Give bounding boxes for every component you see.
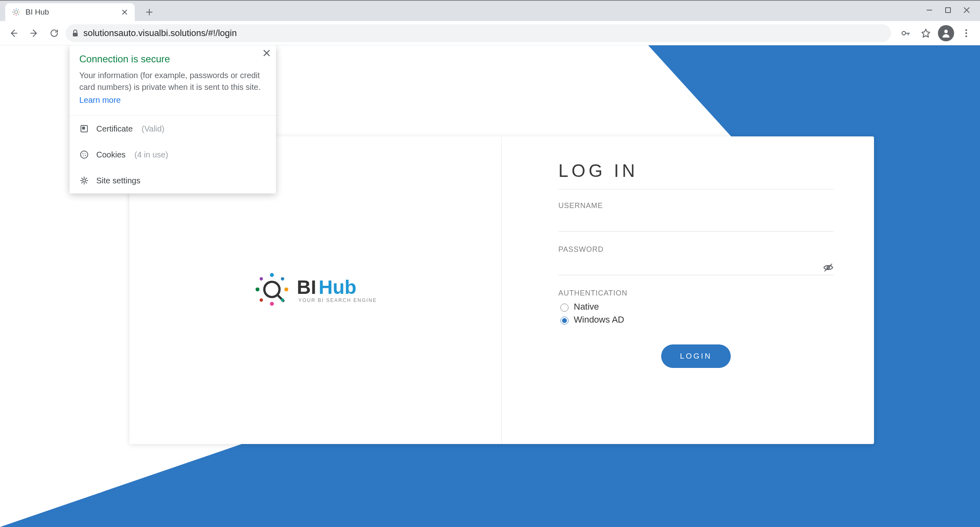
popover-description: Your information (for example, passwords… xyxy=(79,70,266,93)
url-text: solutionsauto.visualbi.solutions/#!/logi… xyxy=(83,28,885,38)
svg-point-23 xyxy=(281,277,284,280)
cookies-status: (4 in use) xyxy=(134,150,168,159)
maximize-icon[interactable] xyxy=(944,6,952,15)
browser-toolbar: solutionsauto.visualbi.solutions/#!/logi… xyxy=(0,21,980,45)
minimize-icon[interactable] xyxy=(926,6,933,15)
certificate-label: Certificate xyxy=(96,124,133,134)
login-form: LOG IN USERNAME PASSWORD AUTHENTICATION … xyxy=(502,136,874,444)
radio-windows-ad[interactable] xyxy=(560,317,568,325)
svg-point-0 xyxy=(15,11,17,13)
gear-icon xyxy=(79,176,89,185)
logo-bi: BI xyxy=(297,276,316,298)
svg-point-15 xyxy=(965,35,967,37)
svg-point-11 xyxy=(902,31,906,35)
svg-point-19 xyxy=(270,302,274,306)
svg-point-24 xyxy=(260,298,263,302)
auth-option-native-label: Native xyxy=(574,302,599,312)
popover-close-icon[interactable] xyxy=(263,49,270,57)
radio-native[interactable] xyxy=(560,304,568,312)
svg-point-21 xyxy=(284,287,288,291)
reload-button[interactable] xyxy=(45,24,63,42)
password-label: PASSWORD xyxy=(558,245,834,254)
cookies-label: Cookies xyxy=(96,150,125,159)
certificate-row[interactable]: Certificate (Valid) xyxy=(70,116,276,142)
svg-point-30 xyxy=(81,151,88,158)
svg-line-5 xyxy=(14,10,15,11)
svg-point-12 xyxy=(944,30,948,33)
auth-label: AUTHENTICATION xyxy=(558,289,834,298)
certificate-status: (Valid) xyxy=(142,124,164,134)
bookmark-star-icon[interactable] xyxy=(917,24,935,42)
username-label: USERNAME xyxy=(558,202,834,210)
svg-point-14 xyxy=(965,32,967,34)
page-viewport: BIHub YOUR BI SEARCH ENGINE LOG IN USERN… xyxy=(0,45,980,527)
profile-avatar[interactable] xyxy=(937,24,955,42)
back-button[interactable] xyxy=(5,24,23,42)
new-tab-button[interactable] xyxy=(141,4,157,20)
lock-icon[interactable] xyxy=(71,29,79,37)
address-bar[interactable]: solutionsauto.visualbi.solutions/#!/logi… xyxy=(66,24,891,42)
popover-heading: Connection is secure xyxy=(79,53,266,65)
cookie-icon xyxy=(79,150,89,159)
toggle-password-visibility-icon[interactable] xyxy=(823,262,834,273)
kebab-menu-icon[interactable] xyxy=(957,24,975,42)
site-info-popover: Connection is secure Your information (f… xyxy=(70,45,276,193)
svg-rect-29 xyxy=(82,127,85,130)
svg-point-25 xyxy=(281,298,284,302)
svg-point-13 xyxy=(965,29,967,31)
window-controls xyxy=(926,1,980,21)
cookies-row[interactable]: Cookies (4 in use) xyxy=(70,142,276,168)
svg-line-8 xyxy=(18,10,19,11)
svg-point-32 xyxy=(85,153,85,154)
svg-point-20 xyxy=(256,287,260,291)
learn-more-link[interactable]: Learn more xyxy=(79,96,121,105)
forward-button[interactable] xyxy=(25,24,43,42)
svg-point-33 xyxy=(83,155,84,156)
svg-line-6 xyxy=(18,14,19,15)
site-settings-label: Site settings xyxy=(96,176,140,185)
certificate-icon xyxy=(79,124,89,134)
close-icon[interactable] xyxy=(963,6,970,15)
svg-point-18 xyxy=(270,273,274,277)
login-button[interactable]: LOGIN xyxy=(661,344,730,368)
username-input[interactable] xyxy=(558,214,834,232)
auth-option-windows-ad-label: Windows AD xyxy=(574,314,624,325)
site-settings-row[interactable]: Site settings xyxy=(70,168,276,193)
browser-titlebar: BI Hub xyxy=(0,0,980,21)
logo-tagline: YOUR BI SEARCH ENGINE xyxy=(298,298,377,303)
svg-point-34 xyxy=(85,155,86,156)
svg-rect-10 xyxy=(73,33,78,36)
svg-rect-9 xyxy=(946,8,950,13)
browser-tab[interactable]: BI Hub xyxy=(5,3,135,21)
svg-point-31 xyxy=(83,153,84,155)
svg-point-22 xyxy=(260,277,263,280)
password-key-icon[interactable] xyxy=(897,24,914,42)
favicon-icon xyxy=(12,8,21,17)
auth-option-windows-ad[interactable]: Windows AD xyxy=(558,314,834,325)
logo-mark-icon xyxy=(254,271,290,309)
tab-close-icon[interactable] xyxy=(122,9,127,15)
svg-point-35 xyxy=(83,179,86,182)
logo-hub: Hub xyxy=(318,276,356,298)
svg-line-27 xyxy=(825,264,832,271)
tab-title: BI Hub xyxy=(25,8,117,17)
divider xyxy=(558,189,834,189)
login-heading: LOG IN xyxy=(558,161,834,181)
auth-option-native[interactable]: Native xyxy=(558,302,834,312)
password-input[interactable] xyxy=(558,258,834,275)
svg-line-7 xyxy=(14,14,15,15)
